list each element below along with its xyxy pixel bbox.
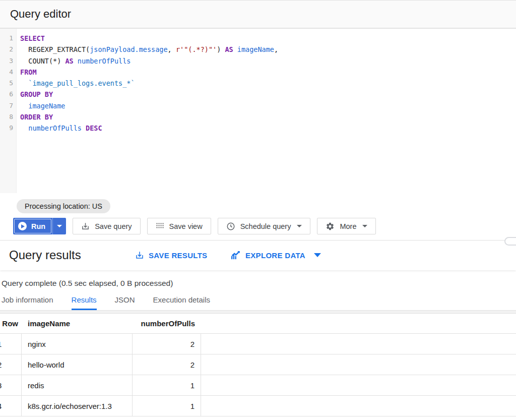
code-line: imageName (20, 100, 516, 111)
cell-imagename: nginx (22, 334, 133, 354)
chevron-down-icon (297, 225, 302, 227)
line-number: 2 (0, 44, 16, 55)
tab-json[interactable]: JSON (115, 295, 135, 310)
editor-toolbar: Processing location: US Run Save query (0, 193, 516, 240)
row-number: 3 (0, 381, 2, 390)
query-editor-title: Query editor (10, 8, 71, 21)
chevron-down-icon (314, 253, 321, 257)
column-header-imagename: imageName (22, 319, 133, 328)
chevron-down-icon (362, 225, 367, 227)
run-dropdown-button[interactable] (52, 218, 66, 234)
code-line: `image_pull_logs.events_*` (20, 78, 516, 89)
run-button[interactable]: Run (13, 218, 66, 234)
query-status: Query complete (0.5 sec elapsed, 0 B pro… (0, 270, 516, 288)
run-button-label: Run (31, 222, 45, 230)
schedule-query-button[interactable]: Schedule query (218, 218, 311, 234)
cell-numberofpulls: 1 (133, 375, 201, 395)
table-row: 1nginx2 (0, 334, 516, 354)
tab-job-information[interactable]: Job information (2, 295, 53, 310)
gear-icon (326, 222, 335, 231)
bigquery-panel: Query editor 123456789 SELECT REGEXP_EXT… (0, 0, 516, 420)
cell-numberofpulls: 1 (133, 396, 201, 416)
line-number: 9 (0, 123, 16, 134)
download-icon (81, 222, 90, 230)
save-view-button[interactable]: Save view (147, 218, 211, 234)
results-tabs: Job informationResultsJSONExecution deta… (0, 295, 516, 310)
tabs-divider (0, 310, 516, 314)
tab-execution-details[interactable]: Execution details (153, 295, 210, 310)
row-number: 4 (0, 402, 2, 410)
cell-imagename: hello-world (22, 354, 133, 375)
cell-imagename: redis (22, 375, 133, 395)
row-number: 1 (0, 340, 2, 348)
sql-editor[interactable]: 123456789 SELECT REGEXP_EXTRACT(jsonPayl… (0, 29, 516, 193)
tab-results[interactable]: Results (72, 295, 97, 310)
code-line: FROM (20, 67, 516, 78)
code-line: REGEXP_EXTRACT(jsonPayload.message, r'"(… (20, 44, 516, 55)
table-row: 3redis1 (0, 375, 516, 396)
save-results-button[interactable]: SAVE RESULTS (135, 251, 207, 260)
cell-numberofpulls: 2 (133, 334, 201, 354)
explore-data-label: EXPLORE DATA (245, 251, 305, 260)
cell-imagename: k8s.gcr.io/echoserver:1.3 (22, 396, 133, 416)
chevron-down-icon (57, 225, 62, 227)
download-icon (135, 251, 144, 260)
code-line: GROUP BY (20, 89, 516, 100)
line-number: 1 (0, 33, 16, 44)
code-line: COUNT(*) AS numberOfPulls (20, 55, 516, 67)
save-results-label: SAVE RESULTS (149, 251, 207, 260)
table-row: 2hello-world2 (0, 354, 516, 375)
schedule-query-label: Schedule query (240, 222, 291, 230)
save-query-label: Save query (95, 222, 132, 230)
more-button[interactable]: More (317, 218, 376, 234)
results-table: Row imageName numberOfPulls 1nginx22hell… (0, 314, 516, 416)
code-lines[interactable]: SELECT REGEXP_EXTRACT(jsonPayload.messag… (17, 29, 516, 193)
more-label: More (340, 222, 356, 230)
code-line: ORDER BY (20, 111, 516, 123)
table-header-row: Row imageName numberOfPulls (0, 314, 516, 334)
save-query-button[interactable]: Save query (73, 218, 140, 234)
table-row: 4k8s.gcr.io/echoserver:1.31 (0, 396, 516, 416)
line-number: 5 (0, 78, 16, 89)
query-results-title: Query results (9, 248, 81, 262)
line-number: 6 (0, 89, 16, 100)
play-icon (18, 222, 27, 230)
line-number: 8 (0, 111, 16, 123)
query-results-header: Query results SAVE RESULTS EXPLORE DATA (0, 240, 516, 270)
table-body: 1nginx22hello-world23redis14k8s.gcr.io/e… (0, 334, 516, 416)
code-line: SELECT (20, 33, 516, 44)
save-view-label: Save view (169, 222, 203, 230)
line-number: 3 (0, 55, 16, 67)
column-header-numberofpulls: numberOfPulls (133, 319, 201, 328)
line-number: 7 (0, 100, 16, 111)
toolbar-buttons: Run Save query (13, 218, 516, 234)
line-number: 4 (0, 67, 16, 78)
row-number: 2 (0, 361, 2, 369)
query-editor-header: Query editor (0, 1, 516, 29)
processing-location-chip: Processing location: US (17, 199, 110, 213)
explore-data-button[interactable]: EXPLORE DATA (231, 251, 321, 260)
panel-resize-handle[interactable] (504, 237, 516, 246)
column-header-row: Row (0, 319, 22, 328)
dots-grid-icon (156, 222, 164, 230)
cell-numberofpulls: 2 (133, 354, 201, 375)
chart-icon (231, 251, 241, 260)
line-number-gutter: 123456789 (0, 29, 17, 193)
run-button-main[interactable]: Run (13, 218, 52, 234)
clock-icon (226, 222, 235, 231)
code-line: numberOfPulls DESC (20, 123, 516, 134)
